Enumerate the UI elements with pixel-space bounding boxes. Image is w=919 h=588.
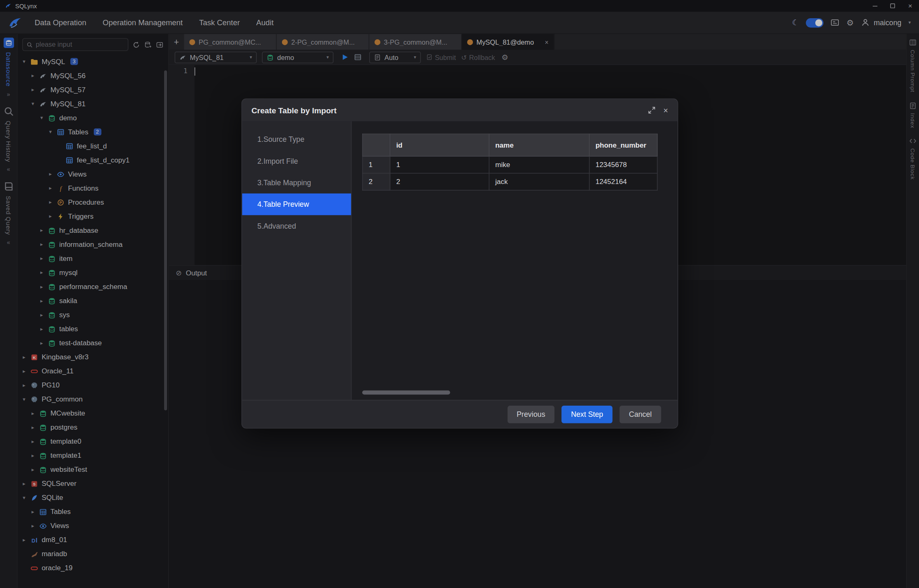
dialog-body: 1.Source Type2.Import File3.Table Mappin… (242, 121, 678, 399)
preview-table: idnamephone_number11mike1234567822jack12… (362, 134, 658, 191)
cancel-button[interactable]: Cancel (620, 405, 661, 423)
preview-col-id: id (390, 134, 489, 156)
preview-header-row: idnamephone_number (363, 134, 657, 156)
preview-h-scrollbar[interactable] (362, 390, 450, 394)
app-root: SQLynx × Data OperationOperation Managem… (0, 0, 919, 588)
preview-cell: 2 (390, 173, 489, 190)
preview-col-phone-number: phone_number (590, 134, 657, 156)
expand-dialog-icon[interactable] (648, 107, 655, 114)
step-4-table-preview[interactable]: 4.Table Preview (242, 194, 351, 215)
close-dialog-icon[interactable]: × (664, 105, 668, 115)
preview-cell: 1 (390, 156, 489, 173)
preview-row: 11mike12345678 (363, 156, 657, 173)
previous-button[interactable]: Previous (507, 405, 554, 423)
dialog-header: Create Table by Import × (242, 99, 678, 122)
preview-cell: jack (489, 173, 589, 190)
next-step-button[interactable]: Next Step (561, 405, 612, 423)
table-preview-pane: idnamephone_number11mike1234567822jack12… (352, 121, 678, 399)
preview-col-index (363, 134, 390, 156)
step-3-table-mapping[interactable]: 3.Table Mapping (242, 172, 351, 193)
wizard-steps: 1.Source Type2.Import File3.Table Mappin… (242, 121, 352, 399)
preview-cell: mike (489, 156, 589, 173)
step-5-advanced[interactable]: 5.Advanced (242, 215, 351, 237)
preview-cell: 1 (363, 156, 390, 173)
step-2-import-file[interactable]: 2.Import File (242, 150, 351, 172)
preview-row: 22jack12452164 (363, 173, 657, 190)
create-table-import-dialog: Create Table by Import × 1.Source Type2.… (241, 98, 678, 428)
step-1-source-type[interactable]: 1.Source Type (242, 128, 351, 150)
preview-cell: 12452164 (590, 173, 657, 190)
preview-col-name: name (489, 134, 589, 156)
preview-cell: 2 (363, 173, 390, 190)
dialog-footer: Previous Next Step Cancel (242, 400, 678, 428)
modal-backdrop: Create Table by Import × 1.Source Type2.… (0, 0, 919, 588)
dialog-title: Create Table by Import (251, 106, 337, 115)
preview-cell: 12345678 (590, 156, 657, 173)
